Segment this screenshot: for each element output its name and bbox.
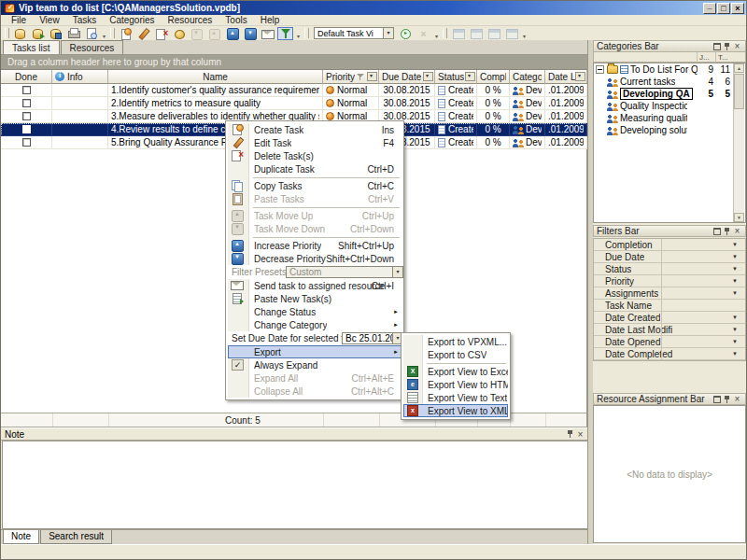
send-task-button[interactable] (260, 27, 275, 40)
submenu-item-export-view-to-excel[interactable]: Export View to Excel (403, 365, 508, 378)
delete-task-button[interactable] (153, 27, 169, 40)
print-preview-button[interactable] (83, 27, 99, 40)
filter-dropdown-icon[interactable]: ▼ (732, 242, 738, 247)
combo-dropdown-icon[interactable]: ▾ (392, 267, 402, 277)
menu-file[interactable]: File (5, 14, 33, 26)
filter-row-status[interactable]: Status▼ (594, 263, 745, 275)
filter-dropdown-icon[interactable]: ▼ (732, 254, 738, 259)
tab-tasks-list[interactable]: Tasks list (3, 40, 60, 54)
task-checkbox[interactable] (22, 112, 31, 120)
column-header-name[interactable]: Name (108, 70, 323, 84)
toolbar-overflow-icon[interactable]: ▾ (523, 33, 526, 40)
toolbar-overflow-icon[interactable]: ▾ (435, 33, 438, 40)
column-header-done[interactable]: Done (1, 70, 52, 84)
toolbar-overflow-icon[interactable]: ▾ (297, 33, 300, 40)
column-filter-icon[interactable] (367, 72, 377, 81)
filter-row-completion[interactable]: Completion▼ (594, 239, 745, 251)
filter-dropdown-icon[interactable]: ▼ (732, 315, 738, 320)
column-filter-icon[interactable] (423, 72, 433, 81)
column-header-date-last[interactable]: Date Last (545, 70, 587, 84)
submenu-item-export-view-to-xml[interactable]: Export View to XML (403, 404, 508, 417)
column-header-category[interactable]: Category (510, 70, 545, 84)
context-menu-item-create-task[interactable]: Create TaskIns (228, 123, 402, 136)
toolbar-overflow-icon[interactable]: ▾ (103, 33, 106, 40)
context-menu-item-change-category[interactable]: Change Category► (228, 318, 402, 331)
category-item-developing-qa-plan[interactable]: Developing QA Plan55 (594, 88, 745, 100)
column-header-priority[interactable]: Priority (323, 70, 379, 84)
category-item-current-tasks[interactable]: Current tasks46 (594, 76, 745, 88)
note-content[interactable] (2, 441, 588, 529)
filter-dropdown-icon[interactable]: ▼ (732, 290, 738, 296)
submenu-item-export-view-to-html[interactable]: Export View to HTML (403, 378, 508, 391)
menu-view[interactable]: View (33, 14, 66, 26)
filter-row-assignments[interactable]: Assignments▼ (594, 287, 745, 300)
context-menu-item-export[interactable]: Export► (228, 345, 402, 358)
scrollbar-thumb[interactable] (734, 74, 744, 109)
filter-dropdown-icon[interactable]: ▼ (732, 266, 738, 272)
scroll-up-icon[interactable]: ▲ (734, 63, 744, 73)
save-database-button[interactable] (48, 27, 63, 40)
category-item-to-do-list-for-qa-managers[interactable]: To Do List For QA Managers911 (594, 63, 745, 76)
combo-dropdown-icon[interactable]: ▾ (383, 28, 393, 38)
filter-row-date-opened[interactable]: Date Opened▼ (594, 336, 745, 348)
column-header-due-date[interactable]: Due Date (379, 70, 435, 84)
filter-button[interactable] (277, 27, 293, 40)
tree-expander-icon[interactable] (596, 65, 604, 74)
filters-pin-icon[interactable] (722, 226, 732, 236)
task-checkbox[interactable] (22, 138, 31, 147)
filter-dropdown-icon[interactable]: ▼ (732, 351, 738, 357)
context-menu-item-send-task-to-assigned-resource[interactable]: Send task to assigned resourceCtrl+I (228, 279, 402, 292)
note-pin-icon[interactable] (565, 429, 575, 440)
menu-resources[interactable]: Resources (162, 14, 219, 26)
context-menu-item-filter-presets[interactable]: Filter PresetsCustom▾ (228, 265, 402, 279)
category-item-quality-inspection[interactable]: Quality Inspection (594, 100, 745, 112)
context-menu-item-copy-tasks[interactable]: Copy TasksCtrl+C (228, 179, 402, 192)
new-database-button[interactable] (12, 27, 28, 40)
filter-row-date-completed[interactable]: Date Completed▼ (594, 348, 745, 360)
categories-pin-icon[interactable] (722, 41, 732, 51)
scroll-down-icon[interactable]: ▼ (734, 213, 744, 222)
context-menu-item-always-expand[interactable]: Always Expand (228, 358, 402, 371)
bottom-tab-search-result[interactable]: Search result (40, 530, 112, 544)
create-task-button[interactable] (118, 27, 134, 40)
edit-task-button[interactable] (135, 27, 151, 40)
assign-resource-button[interactable] (171, 27, 187, 40)
filter-row-due-date[interactable]: Due Date▼ (594, 251, 745, 263)
submenu-item-export-view-to-text[interactable]: Export View to Text (403, 391, 508, 404)
filter-row-priority[interactable]: Priority▼ (594, 275, 745, 287)
menu-tasks[interactable]: Tasks (66, 14, 104, 26)
filters-float-icon[interactable] (712, 226, 722, 236)
menu-tools[interactable]: Tools (218, 14, 253, 26)
resource-close-icon[interactable] (732, 394, 742, 404)
context-menu-item-delete-task-s[interactable]: Delete Task(s) (228, 149, 402, 162)
tree-scrollbar[interactable]: ▲▼ (733, 63, 744, 222)
increase-priority-button[interactable] (224, 27, 240, 40)
column-filter-icon[interactable] (575, 72, 585, 81)
filter-dropdown-icon[interactable]: ▼ (732, 278, 738, 284)
filter-dropdown-icon[interactable]: ▼ (732, 339, 738, 344)
decrease-priority-button[interactable] (242, 27, 258, 40)
categories-close-icon[interactable] (732, 41, 742, 51)
context-menu-item-increase-priority[interactable]: Increase PriorityShift+Ctrl+Up (228, 239, 402, 252)
menu-categories[interactable]: Categories (103, 14, 161, 26)
context-menu-item-set-due-date-for-selected-tasks[interactable]: Set Due Date for selected tasksBc 25.01.… (228, 331, 402, 345)
task-checkbox[interactable] (22, 99, 31, 107)
task-row[interactable]: 2.Identify metrics to measure qualityNor… (1, 97, 587, 110)
open-database-button[interactable] (30, 27, 46, 40)
filter-row-date-created[interactable]: Date Created▼ (594, 312, 745, 324)
submenu-item-export-to-vpxml[interactable]: Export to VPXML... (403, 335, 508, 348)
context-menu-item-edit-task[interactable]: Edit TaskF4 (228, 136, 402, 149)
tab-resources[interactable]: Resources (61, 40, 124, 54)
group-by-strip[interactable]: Drag a column header here to group by th… (1, 55, 589, 70)
resource-float-icon[interactable] (712, 394, 722, 404)
column-header-complete[interactable]: Complete (477, 70, 510, 84)
minimize-icon[interactable] (703, 3, 716, 14)
task-checkbox[interactable] (22, 125, 31, 133)
filter-dropdown-icon[interactable]: ▼ (732, 327, 738, 332)
context-menu-item-paste-new-task-s[interactable]: Paste New Task(s) (228, 292, 402, 305)
task-checkbox[interactable] (22, 86, 31, 94)
print-button[interactable] (65, 27, 81, 40)
filter-row-date-last-modifi[interactable]: Date Last Modifi▼ (594, 324, 745, 336)
note-close-icon[interactable] (575, 429, 585, 440)
task-row[interactable]: 1.Identify customer's quality assurance … (1, 84, 587, 97)
